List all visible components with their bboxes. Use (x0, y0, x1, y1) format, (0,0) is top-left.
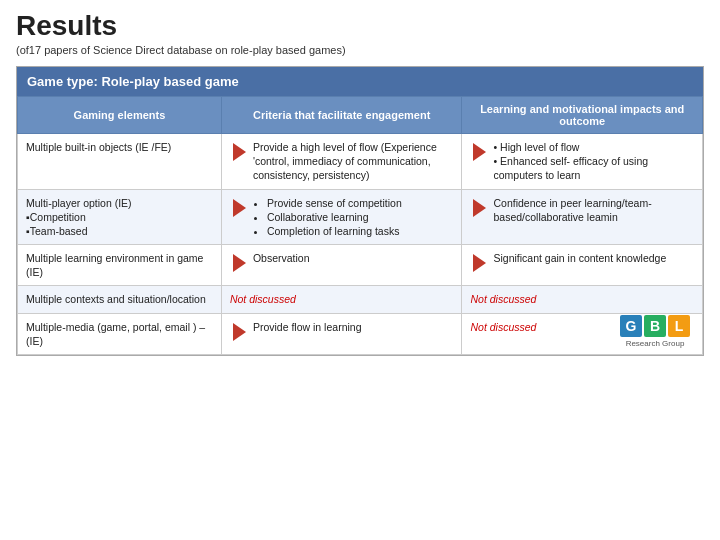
page-title: Results (16, 10, 704, 42)
logo-g: G (620, 315, 642, 337)
table-row-gaming: Multiple learning environment in game (I… (18, 245, 222, 286)
table-row-criteria: Provide sense of competitionCollaborativ… (221, 189, 462, 245)
logo-b: B (644, 315, 666, 337)
arrow-icon (233, 323, 246, 341)
table-row-gaming: Multiple contexts and situation/location (18, 286, 222, 313)
col-header-learning: Learning and motivational impacts and ou… (462, 97, 703, 134)
table-row-learning: Significant gain in content knowledge (462, 245, 703, 286)
table-row-criteria: Not discussed (221, 286, 462, 313)
table-row-gaming: Multiple built-in objects (IE /FE) (18, 134, 222, 190)
arrow-icon (233, 199, 246, 217)
table-row-criteria: Provide a high level of flow (Experience… (221, 134, 462, 190)
table-row-criteria: Provide flow in learning (221, 313, 462, 354)
table-row-gaming: Multiple-media (game, portal, email ) –(… (18, 313, 222, 354)
logo-label: Research Group (626, 339, 685, 348)
table-row-gaming: Multi-player option (IE) ▪Competition ▪T… (18, 189, 222, 245)
col-header-gaming: Gaming elements (18, 97, 222, 134)
arrow-icon (233, 143, 246, 161)
arrow-icon (473, 143, 486, 161)
logo-area: G B L Research Group (620, 315, 690, 348)
page-subtitle: (of17 papers of Science Direct database … (16, 44, 704, 56)
logo-l: L (668, 315, 690, 337)
col-header-criteria: Criteria that facilitate engagement (221, 97, 462, 134)
game-type-header: Game type: Role-play based game (17, 67, 703, 96)
arrow-icon (233, 254, 246, 272)
arrow-icon (473, 254, 486, 272)
table-row-learning: Confidence in peer learning/team-based/c… (462, 189, 703, 245)
arrow-icon (473, 199, 486, 217)
table-row-learning: • High level of flow • Enhanced self- ef… (462, 134, 703, 190)
table-row-criteria: Observation (221, 245, 462, 286)
table-row-learning: Not discussed (462, 286, 703, 313)
